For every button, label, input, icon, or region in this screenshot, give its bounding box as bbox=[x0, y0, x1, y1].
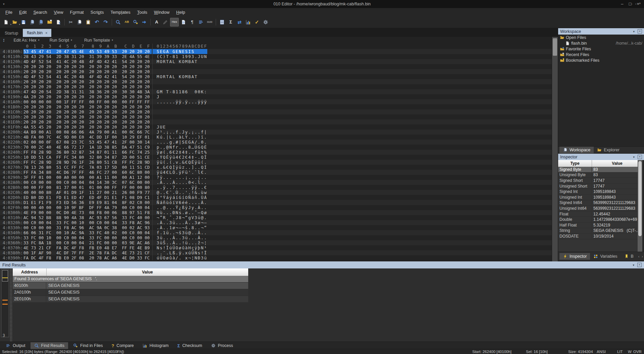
hex-bytes[interactable]: 20 20 20 20 20 20 20 20 20 20 20 20 20 2… bbox=[23, 109, 152, 114]
hex-row[interactable]: 4:0230h: 70 00 2C 40 4E 66 72 17 1A 1D 3… bbox=[0, 145, 552, 150]
hex-ascii[interactable]: Kú.|L..àLÝ...)ï. bbox=[152, 135, 207, 140]
inspector-row[interactable]: Unsigned Int64 5639992312211129683 bbox=[558, 206, 638, 211]
hex-bytes[interactable]: 4A 20 20 20 20 20 20 20 20 20 20 20 20 2… bbox=[23, 94, 152, 99]
inspector-scrollbar[interactable] bbox=[638, 160, 642, 252]
hex-row[interactable]: 4:02D0h: ED B0 DD E1 FD E1 ED 47 ED 4F D… bbox=[0, 195, 552, 200]
import-file[interactable] bbox=[54, 18, 62, 26]
hex-bytes[interactable]: 00 00 40 00 00 10 9F BF DF FF 4A 79 00 C… bbox=[23, 205, 152, 210]
hex-ascii[interactable]: úÜOøûà/. x¬¦NÐ3ü bbox=[152, 255, 207, 260]
tab-find-results[interactable]: Find Results bbox=[31, 342, 68, 349]
inspector-row[interactable]: Signed Int 1095189843 bbox=[558, 189, 638, 195]
hex-ascii[interactable] bbox=[152, 64, 207, 69]
find[interactable] bbox=[114, 18, 122, 26]
hex-bytes[interactable]: 70 00 2C 40 4E 66 72 17 1A 1D 38 85 DA 4… bbox=[23, 145, 152, 150]
edit-as-dropdown[interactable]: Edit As: Hex▾ bbox=[14, 38, 40, 43]
inspector-row[interactable]: Double 1.14729864330687e+69 bbox=[558, 217, 638, 222]
hex-bytes[interactable]: FF F8 28 9D 36 80 32 87 34 87 01 11 66 F… bbox=[23, 150, 152, 155]
checksum[interactable]: Σ bbox=[227, 18, 235, 26]
map-hit-marker[interactable] bbox=[2, 300, 8, 301]
menu-format[interactable]: Format bbox=[67, 9, 87, 16]
tab-histogram[interactable]: Histogram bbox=[139, 342, 172, 349]
hex-ascii[interactable] bbox=[152, 104, 207, 109]
hex-bytes[interactable]: AC 94 52 B8 88 90 4A 38 AC 93 67 56 33 F… bbox=[23, 215, 152, 220]
hex-ascii[interactable]: MORTAL KOMBAT bbox=[152, 59, 207, 64]
hex-ascii[interactable]: Ns!ÏúÜOøûàHçÿþN¹ bbox=[152, 245, 207, 250]
tab-list-icon[interactable]: ▾ bbox=[639, 2, 641, 6]
status-encoding[interactable]: ANSI bbox=[597, 350, 606, 354]
save-as[interactable] bbox=[28, 18, 36, 26]
hex-bytes[interactable]: 20 20 20 20 20 20 20 20 20 20 20 20 20 2… bbox=[23, 69, 152, 74]
hex-bytes[interactable]: 4A 55 45 20 20 20 20 20 20 20 20 20 20 2… bbox=[23, 124, 152, 130]
hex-row[interactable]: 4:0120h: 4D 4F 52 54 41 4C 20 4B 4F 4D 4… bbox=[0, 59, 552, 64]
hex-ascii[interactable] bbox=[152, 84, 207, 89]
undo[interactable]: ↶ bbox=[93, 18, 101, 26]
panel-menu-icon[interactable]: ▾ bbox=[633, 263, 634, 267]
hex-row[interactable]: 4:01A0h: 00 00 00 00 00 1F FF FF 00 FF 0… bbox=[0, 99, 552, 104]
hex-bytes[interactable]: 20 20 20 20 20 20 20 20 20 20 20 20 20 2… bbox=[23, 104, 152, 109]
tab-workspace[interactable]: Workspace bbox=[559, 147, 594, 153]
line-view[interactable] bbox=[197, 18, 205, 26]
hex-row[interactable]: 4:02B0h: 00 00 FF 00 81 37 00 01 01 00 0… bbox=[0, 185, 552, 190]
hex-bytes[interactable]: 00 00 00 00 00 1F FF FF 00 FF 00 00 00 F… bbox=[23, 99, 152, 104]
hex-bytes[interactable]: FF FC 28 9D 28 9D 76 1F 26 80 51 CB FF F… bbox=[23, 160, 152, 165]
cut[interactable]: ✂ bbox=[67, 18, 75, 26]
tab-inspector[interactable]: Inspector bbox=[559, 253, 590, 260]
font[interactable]: A bbox=[153, 18, 161, 26]
workspace-item-favorite-files[interactable]: Favorite Files bbox=[558, 46, 644, 52]
hex-row[interactable]: 4:0380h: 00 1F AF 90 4C DF 7F FF 2E 78 F… bbox=[0, 250, 552, 255]
hex-row[interactable]: 4:0140h: 20 20 20 20 20 20 20 20 20 20 2… bbox=[0, 69, 552, 74]
hex-row[interactable]: 4:01E0h: 20 20 20 20 20 20 20 20 20 20 2… bbox=[0, 119, 552, 124]
calculator[interactable] bbox=[218, 18, 226, 26]
map-viewport[interactable] bbox=[2, 270, 8, 282]
hex-row[interactable]: 4:0160h: 20 20 20 20 20 20 20 20 20 20 2… bbox=[0, 79, 552, 84]
close-button[interactable]: × bbox=[637, 0, 639, 8]
hex-row[interactable]: 4:0270h: 78 13 26 80 51 CC FF FC 7A 03 1… bbox=[0, 165, 552, 170]
hex-row[interactable]: 4:0150h: 4D 4F 52 54 41 4C 20 4B 4F 4D 4… bbox=[0, 74, 552, 79]
hex-bytes[interactable]: 00 00 FF 00 81 37 00 01 01 00 00 FF FF 0… bbox=[23, 185, 152, 190]
hex-row[interactable]: 4:0280h: FF FA 34 80 4C D6 7F FF 46 FC 2… bbox=[0, 170, 552, 175]
hex-ascii[interactable]: MORTAL KOMBAT bbox=[152, 74, 207, 79]
hex-bytes[interactable]: 4B FA 00 7C 4C 9D 00 E0 4C DD 1F 00 10 2… bbox=[23, 135, 152, 140]
hex-ascii[interactable]: ¬”R¸ˆ.J8¬“gV3ü@. bbox=[152, 215, 207, 220]
binary-view[interactable]: 0100 bbox=[206, 18, 214, 26]
save-all[interactable] bbox=[37, 18, 45, 26]
hex-bytes[interactable]: 02 00 00 0F 67 08 23 7C 53 45 47 41 2F 0… bbox=[23, 140, 152, 145]
inspector-row[interactable]: DOSDATE 10/19/2014 bbox=[558, 234, 638, 239]
hex-ascii[interactable] bbox=[152, 69, 207, 74]
hex-ascii[interactable]: @..€¯.Ù..'.!&.ùw bbox=[152, 190, 207, 195]
menu-scripts[interactable]: Scripts bbox=[87, 9, 107, 16]
inspector-row[interactable]: Float 12.45442 bbox=[558, 211, 638, 217]
panel-close-icon[interactable]: × bbox=[638, 29, 642, 34]
inspector-row[interactable]: Unsigned Short 17747 bbox=[558, 184, 638, 189]
hex-row[interactable]: 4:0300h: 4E F9 00 00 0C D0 4E 73 08 F8 0… bbox=[0, 210, 552, 215]
hex-ascii[interactable]: ....g.#|SEGA/.0. bbox=[152, 140, 207, 145]
hex-ascii[interactable]: 3üŠ..À..!ü...ž¬¦ bbox=[152, 240, 207, 245]
hex-bytes[interactable]: 33 FC 8A 18 00 C0 00 04 21 FC 00 00 03 9… bbox=[23, 240, 152, 245]
minimize-button[interactable]: – bbox=[621, 0, 623, 8]
status-writable[interactable]: W bbox=[628, 350, 632, 354]
menu-templates[interactable]: Templates bbox=[107, 9, 133, 16]
hex-bytes[interactable]: 40 00 00 80 AF 01 D9 1F 11 27 00 21 26 0… bbox=[23, 190, 152, 195]
inspector-row[interactable]: Signed Byte 83 bbox=[558, 167, 638, 172]
hex-ascii[interactable]: ..¯.Lß.ÿ.xúÜNs!Ï bbox=[152, 250, 207, 255]
tab-find-in-files[interactable]: Find in Files bbox=[69, 342, 106, 349]
menu-window[interactable]: Window bbox=[151, 9, 173, 16]
tab-startup[interactable]: Startup bbox=[1, 30, 22, 37]
tab-variables[interactable]: Variables bbox=[590, 253, 621, 260]
inspector-row[interactable]: Unsigned Int 1095189843 bbox=[558, 195, 638, 200]
menu-file[interactable]: File bbox=[2, 9, 16, 16]
status-endianness[interactable]: LIT bbox=[617, 350, 623, 354]
workspace-item-recent-files[interactable]: Recent Files bbox=[558, 52, 644, 57]
hex-bytes[interactable]: 20 20 20 20 20 20 20 20 20 20 20 20 20 2… bbox=[23, 64, 152, 69]
hex-row[interactable]: 4:02A0h: 00 C0 00 00 00 C0 00 04 04 14 3… bbox=[0, 180, 552, 185]
hex-bytes[interactable]: 20 20 20 20 20 20 20 20 20 20 20 20 20 2… bbox=[23, 84, 152, 89]
hex-row[interactable]: 4:0310h: AC 94 52 B8 88 90 4A 38 AC 93 6… bbox=[0, 215, 552, 220]
find-result-row[interactable]: 40100h SEGA GENESIS bbox=[13, 283, 248, 289]
hex-ascii[interactable] bbox=[152, 119, 207, 124]
hex-editor[interactable]: ▾▾ Edit As: Hex▾ Run Script▾ Run Templat… bbox=[0, 37, 552, 261]
tabs-next-icon[interactable]: › bbox=[642, 254, 643, 258]
hex-row[interactable]: 4:0360h: 33 FC 8A 18 00 C0 00 04 21 FC 0… bbox=[0, 240, 552, 245]
scrollbar-thumb[interactable] bbox=[638, 161, 642, 236]
workspace-item-bookmarked-files[interactable]: Bookmarked Files bbox=[558, 57, 644, 63]
hex-ascii[interactable]: J bbox=[152, 94, 207, 99]
